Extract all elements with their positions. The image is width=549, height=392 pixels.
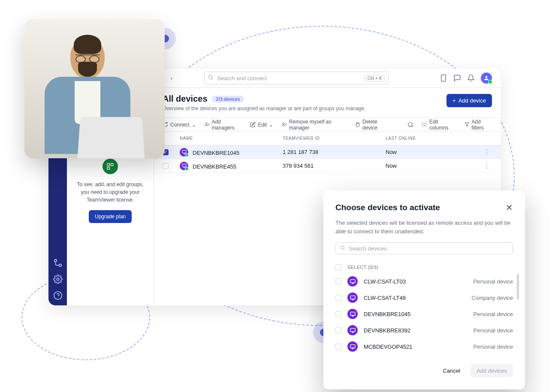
chevron-down-icon: ⌄ xyxy=(192,122,196,128)
device-name: DEVNBKBRE455 xyxy=(193,163,236,169)
groups-icon xyxy=(103,159,118,174)
table-row[interactable]: ✓DEVNBKBRE10451 281 187 738Now⋮ xyxy=(154,145,501,159)
table-row[interactable]: DEVNBKBRE455378 934 561Now⋮ xyxy=(154,159,501,173)
modal-device-type: Personal device xyxy=(474,278,513,285)
modal-device-type: Personal device xyxy=(474,327,513,334)
modal-device-row[interactable]: MCBDEVGOP4521Personal device xyxy=(335,338,513,355)
device-name: DEVNBKBRE1045 xyxy=(193,149,239,156)
device-count-badge: 2/3 devices xyxy=(212,96,244,103)
device-icon xyxy=(347,292,358,303)
modal-device-type: Company device xyxy=(471,295,513,301)
col-id-header[interactable]: TEAMVIEWER ID xyxy=(283,136,377,141)
device-checkbox[interactable] xyxy=(335,295,341,301)
svg-rect-10 xyxy=(107,167,109,169)
svg-rect-33 xyxy=(182,164,186,166)
device-online: Now xyxy=(386,163,475,169)
svg-rect-50 xyxy=(350,344,355,348)
modal-device-row[interactable]: CLW-CSAT-LT48Company device xyxy=(335,289,513,306)
modal-device-row[interactable]: DEVNBKBRE1045Personal device xyxy=(335,306,513,322)
select-count-label: SELECT (0/3) xyxy=(347,265,378,270)
avatar[interactable] xyxy=(481,72,492,84)
device-icon xyxy=(347,325,358,335)
svg-point-15 xyxy=(205,123,207,124)
svg-rect-44 xyxy=(350,312,355,315)
connect-button[interactable]: Connect⌄ xyxy=(163,122,196,128)
modal-device-name: DEVNBKBRE1045 xyxy=(364,311,468,317)
svg-point-21 xyxy=(408,122,412,126)
row-menu-icon[interactable]: ⋮ xyxy=(483,149,492,156)
page-subtitle: Overview of the devices you are assigned… xyxy=(163,106,366,112)
cancel-button[interactable]: Cancel xyxy=(437,364,466,377)
svg-rect-30 xyxy=(182,150,186,153)
modal-device-name: MCBDEVGOP4521 xyxy=(364,344,468,350)
svg-rect-9 xyxy=(111,163,113,166)
svg-point-11 xyxy=(209,75,213,79)
scrollbar[interactable] xyxy=(517,274,519,300)
page-title: All devices xyxy=(163,94,208,104)
device-checkbox[interactable] xyxy=(335,278,341,284)
edit-button[interactable]: Edit⌄ xyxy=(250,122,273,128)
svg-line-37 xyxy=(344,249,344,250)
device-table-body: ✓DEVNBKBRE10451 281 187 738Now⋮DEVNBKBRE… xyxy=(154,145,501,173)
remove-self-button[interactable]: Remove myself as manager xyxy=(282,119,347,131)
row-checkbox[interactable] xyxy=(163,163,169,169)
page-header: All devices 2/3 devices Overview of the … xyxy=(154,88,501,118)
search-toolbar-icon[interactable] xyxy=(407,122,413,128)
device-checkbox[interactable] xyxy=(335,344,341,350)
delete-button[interactable]: Delete device xyxy=(355,119,390,131)
svg-rect-8 xyxy=(107,163,109,166)
hero-photo xyxy=(24,19,165,158)
svg-point-5 xyxy=(57,278,59,280)
modal-search-input[interactable]: Search devices xyxy=(335,242,513,254)
modal-description: The selected devices will be licensed as… xyxy=(335,219,513,235)
edit-columns-button[interactable]: Edit columns xyxy=(422,119,455,131)
device-checkbox[interactable] xyxy=(335,311,341,317)
toolbar: Connect⌄ Add managers Edit⌄ Remove mysel… xyxy=(154,118,501,132)
modal-title: Choose devices to activate xyxy=(335,203,440,212)
chevron-down-icon: ⌄ xyxy=(269,122,273,128)
svg-line-12 xyxy=(212,78,213,79)
sidebar-help-icon[interactable] xyxy=(53,291,63,300)
col-online-header[interactable]: LAST ONLINE xyxy=(386,136,475,141)
search-input[interactable]: Search and connect Ctrl + K xyxy=(204,72,389,84)
device-id: 1 281 187 738 xyxy=(283,149,377,155)
svg-rect-41 xyxy=(350,296,355,299)
nav-forward-icon[interactable]: › xyxy=(171,75,173,81)
device-icon xyxy=(180,148,188,157)
add-devices-button[interactable]: Add devices xyxy=(471,364,513,377)
add-filters-button[interactable]: Add filters xyxy=(465,119,492,131)
upgrade-plan-button[interactable]: Upgrade plan xyxy=(89,210,132,223)
topbar: ‹ › Search and connect Ctrl + K xyxy=(154,69,501,88)
col-name-header[interactable]: NAME xyxy=(180,136,274,141)
row-menu-icon[interactable]: ⋮ xyxy=(483,163,492,169)
phone-icon[interactable] xyxy=(440,74,447,82)
device-icon xyxy=(180,162,188,170)
close-icon[interactable]: ✕ xyxy=(506,202,513,213)
svg-line-22 xyxy=(412,126,413,127)
modal-device-row[interactable]: CLW-CSAT-LT03Personal device xyxy=(335,273,513,289)
select-all-checkbox[interactable] xyxy=(335,264,341,270)
device-checkbox[interactable] xyxy=(335,327,341,333)
plus-icon: + xyxy=(452,97,456,104)
modal-device-type: Personal device xyxy=(474,344,513,350)
svg-point-4 xyxy=(59,264,61,267)
modal-device-list: SELECT (0/3) CLW-CSAT-LT03Personal devic… xyxy=(335,261,513,355)
search-shortcut: Ctrl + K xyxy=(365,75,385,81)
svg-point-36 xyxy=(341,246,344,249)
svg-rect-38 xyxy=(350,279,355,283)
svg-point-18 xyxy=(283,123,284,124)
add-managers-button[interactable]: Add managers xyxy=(205,119,242,131)
activate-devices-modal: Choose devices to activate ✕ The selecte… xyxy=(323,190,525,389)
svg-point-3 xyxy=(54,259,57,262)
device-icon xyxy=(347,276,358,286)
sidebar-settings-icon[interactable] xyxy=(53,274,63,284)
bell-icon[interactable] xyxy=(467,74,475,82)
modal-device-type: Personal device xyxy=(474,311,513,317)
svg-marker-29 xyxy=(465,123,469,127)
modal-device-name: DEVNBKBRE8392 xyxy=(364,327,468,334)
chat-icon[interactable] xyxy=(453,74,461,82)
modal-device-row[interactable]: DEVNBKBRE8392Personal device xyxy=(335,322,513,338)
sidebar-workflow-icon[interactable] xyxy=(53,258,63,268)
add-device-button[interactable]: + Add device xyxy=(446,94,492,107)
svg-rect-47 xyxy=(350,328,355,332)
